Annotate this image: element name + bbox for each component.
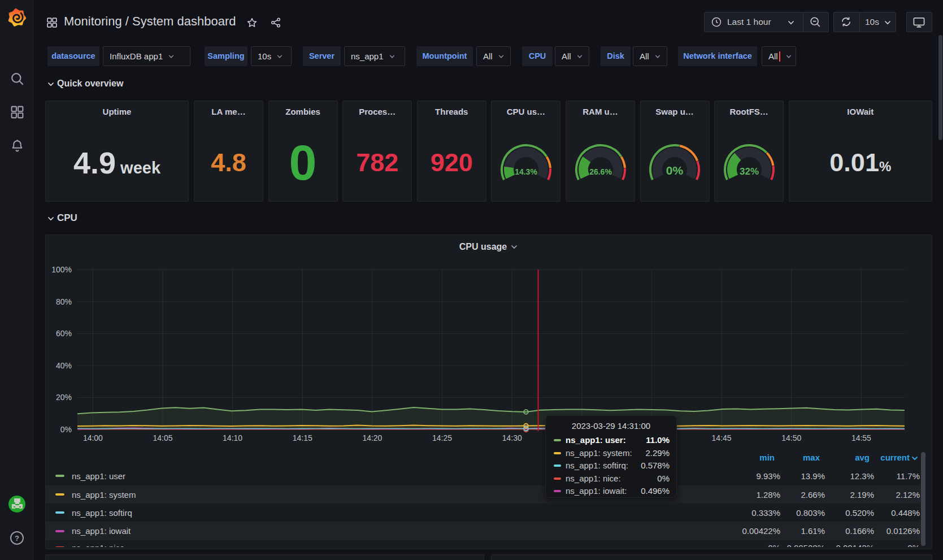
svg-text:0%: 0% bbox=[666, 164, 684, 177]
svg-text:14:15: 14:15 bbox=[293, 433, 312, 442]
svg-text:14:20: 14:20 bbox=[362, 433, 382, 442]
svg-text:14.3%: 14.3% bbox=[515, 167, 537, 176]
svg-text:14:00: 14:00 bbox=[83, 433, 103, 442]
svg-text:14:50: 14:50 bbox=[781, 433, 801, 442]
svg-text:20%: 20% bbox=[56, 393, 72, 402]
svg-text:80%: 80% bbox=[56, 297, 72, 306]
svg-text:14:10: 14:10 bbox=[223, 433, 242, 442]
svg-text:14:30: 14:30 bbox=[502, 433, 522, 442]
svg-text:14:55: 14:55 bbox=[851, 433, 871, 442]
svg-text:?: ? bbox=[15, 534, 19, 542]
svg-text:40%: 40% bbox=[56, 361, 72, 370]
svg-text:26.6%: 26.6% bbox=[589, 167, 612, 176]
svg-text:60%: 60% bbox=[56, 329, 72, 338]
svg-text:32%: 32% bbox=[740, 166, 759, 177]
svg-text:14:05: 14:05 bbox=[153, 433, 172, 442]
svg-text:0%: 0% bbox=[60, 425, 72, 434]
svg-text:14:25: 14:25 bbox=[432, 433, 452, 442]
svg-text:100%: 100% bbox=[51, 265, 72, 274]
svg-text:14:45: 14:45 bbox=[712, 433, 732, 442]
